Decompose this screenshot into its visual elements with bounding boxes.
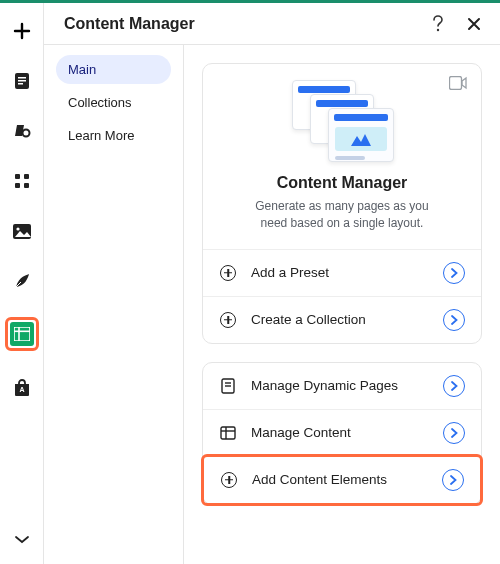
add-icon[interactable] (8, 17, 36, 45)
help-icon[interactable] (426, 12, 450, 36)
chevron-right-icon (443, 422, 465, 444)
content-manager-icon[interactable] (5, 317, 39, 351)
svg-rect-7 (15, 183, 20, 188)
panel-title: Content Manager (64, 15, 195, 33)
store-icon[interactable]: A (8, 373, 36, 401)
apps-icon[interactable] (8, 167, 36, 195)
svg-point-10 (16, 227, 19, 230)
chevron-right-icon (443, 309, 465, 331)
tab-collections[interactable]: Collections (56, 88, 171, 117)
svg-rect-2 (18, 80, 26, 82)
page-outline-icon (219, 377, 237, 395)
close-icon[interactable] (462, 12, 486, 36)
svg-rect-8 (24, 183, 29, 188)
svg-rect-5 (15, 174, 20, 179)
svg-rect-6 (24, 174, 29, 179)
row-label: Add a Preset (251, 265, 429, 280)
chevron-right-icon (443, 262, 465, 284)
svg-rect-3 (18, 83, 23, 85)
panel-tabs: Main Collections Learn More (44, 45, 184, 564)
row-add-preset[interactable]: Add a Preset (203, 249, 481, 296)
svg-rect-1 (18, 77, 26, 79)
svg-point-15 (437, 28, 439, 30)
video-icon[interactable] (449, 76, 467, 93)
hero-heading: Content Manager (219, 174, 465, 192)
svg-rect-20 (221, 427, 235, 439)
page-icon[interactable] (8, 67, 36, 95)
tab-learn-more[interactable]: Learn More (56, 121, 171, 150)
svg-rect-16 (450, 77, 462, 90)
plus-circle-icon (219, 264, 237, 282)
manage-card: Manage Dynamic Pages Manage Content Add … (202, 362, 482, 505)
row-manage-dynamic-pages[interactable]: Manage Dynamic Pages (203, 363, 481, 409)
pen-icon[interactable] (8, 267, 36, 295)
row-manage-content[interactable]: Manage Content (203, 409, 481, 456)
hero-illustration (219, 76, 465, 170)
row-label: Add Content Elements (252, 472, 428, 487)
row-create-collection[interactable]: Create a Collection (203, 296, 481, 343)
tab-main[interactable]: Main (56, 55, 171, 84)
row-add-content-elements[interactable]: Add Content Elements (201, 454, 483, 506)
svg-rect-11 (14, 327, 30, 341)
panel-main: Content Manager Generate as many pages a… (184, 45, 500, 564)
chevron-down-icon[interactable] (8, 526, 36, 554)
hero-card: Content Manager Generate as many pages a… (202, 63, 482, 344)
chevron-right-icon (443, 375, 465, 397)
svg-point-4 (22, 130, 29, 137)
row-label: Manage Dynamic Pages (251, 378, 429, 393)
theme-icon[interactable] (8, 117, 36, 145)
svg-text:A: A (19, 386, 24, 393)
chevron-right-icon (442, 469, 464, 491)
row-label: Create a Collection (251, 312, 429, 327)
hero-subtext: Generate as many pages as you need based… (219, 198, 465, 249)
plus-circle-icon (220, 471, 238, 489)
tool-rail: A (0, 3, 44, 564)
table-icon (219, 424, 237, 442)
plus-circle-icon (219, 311, 237, 329)
image-icon[interactable] (8, 217, 36, 245)
row-label: Manage Content (251, 425, 429, 440)
panel-header: Content Manager (44, 3, 500, 45)
